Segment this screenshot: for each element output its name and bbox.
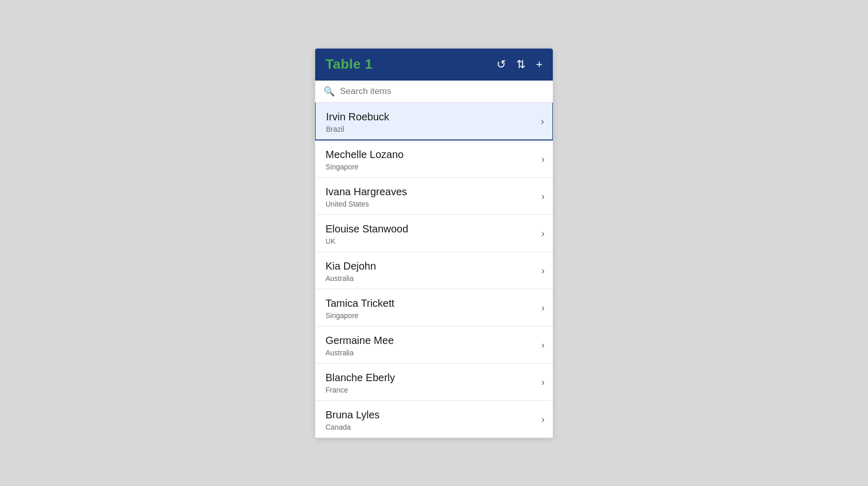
list-item-text: Irvin Roebuck Brazil — [326, 110, 389, 133]
list-container: Irvin Roebuck Brazil › Mechelle Lozano S… — [315, 103, 553, 438]
list-item-text: Blanche Eberly France — [326, 371, 395, 394]
chevron-right-icon: › — [541, 377, 545, 388]
chevron-right-icon: › — [541, 265, 545, 276]
item-country: Brazil — [326, 125, 389, 133]
item-name: Irvin Roebuck — [326, 110, 389, 123]
chevron-right-icon: › — [541, 303, 545, 313]
list-item-text: Kia Dejohn Australia — [326, 259, 376, 283]
chevron-right-icon: › — [541, 154, 545, 165]
list-item-text: Bruna Lyles Canada — [326, 408, 380, 431]
search-icon: 🔍 — [323, 86, 335, 97]
list-item-text: Ivana Hargreaves United States — [326, 185, 407, 208]
item-country: Singapore — [326, 311, 394, 320]
list-item[interactable]: Elouise Stanwood UK › — [315, 215, 553, 252]
header-icons: ↺ ⇅ + — [497, 58, 542, 71]
chevron-right-icon: › — [541, 340, 545, 351]
chevron-right-icon: › — [541, 414, 545, 425]
item-name: Germaine Mee — [326, 334, 394, 347]
list-item-text: Mechelle Lozano Singapore — [326, 148, 404, 171]
item-country: United States — [326, 200, 407, 208]
item-name: Bruna Lyles — [326, 408, 380, 421]
list-item[interactable]: Bruna Lyles Canada › — [315, 401, 553, 438]
list-item[interactable]: Ivana Hargreaves United States › — [315, 178, 553, 215]
sort-icon[interactable]: ⇅ — [516, 58, 525, 71]
app-container: Table 1 ↺ ⇅ + 🔍 Irvin Roebuck Brazil › M… — [315, 49, 553, 438]
item-country: Singapore — [326, 163, 404, 171]
item-country: France — [326, 386, 395, 394]
search-bar: 🔍 — [315, 81, 553, 103]
table-title: Table 1 — [326, 56, 373, 72]
chevron-right-icon: › — [541, 228, 545, 239]
item-name: Mechelle Lozano — [326, 148, 404, 161]
list-item[interactable]: Mechelle Lozano Singapore › — [315, 140, 553, 178]
list-item-text: Elouise Stanwood UK — [326, 222, 408, 245]
header: Table 1 ↺ ⇅ + — [315, 49, 553, 81]
list-item-text: Germaine Mee Australia — [326, 334, 394, 357]
item-country: UK — [326, 237, 408, 245]
item-name: Blanche Eberly — [326, 371, 395, 384]
add-icon[interactable]: + — [536, 58, 542, 71]
item-country: Australia — [326, 274, 376, 283]
list-item[interactable]: Germaine Mee Australia › — [315, 326, 553, 364]
item-name: Kia Dejohn — [326, 259, 376, 273]
item-country: Canada — [326, 423, 380, 431]
item-country: Australia — [326, 349, 394, 357]
item-name: Tamica Trickett — [326, 296, 394, 310]
chevron-right-icon: › — [541, 116, 544, 127]
search-input[interactable] — [340, 86, 545, 97]
item-name: Ivana Hargreaves — [326, 185, 407, 198]
list-item[interactable]: Irvin Roebuck Brazil › — [315, 103, 553, 140]
list-item[interactable]: Kia Dejohn Australia › — [315, 252, 553, 289]
item-name: Elouise Stanwood — [326, 222, 408, 236]
list-item-text: Tamica Trickett Singapore — [326, 296, 394, 320]
list-item[interactable]: Tamica Trickett Singapore › — [315, 289, 553, 326]
chevron-right-icon: › — [541, 191, 545, 202]
refresh-icon[interactable]: ↺ — [497, 58, 506, 71]
list-item[interactable]: Blanche Eberly France › — [315, 364, 553, 401]
